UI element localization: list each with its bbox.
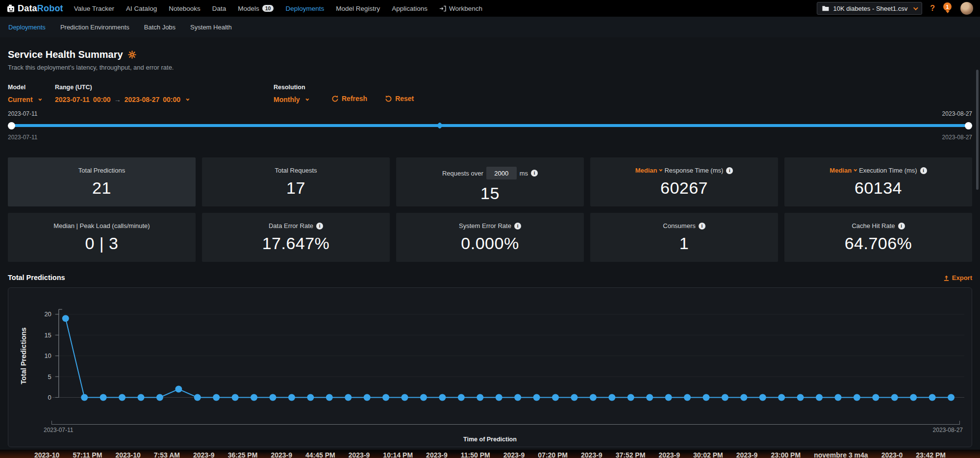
ticker-item: 44:45 PM: [305, 451, 335, 458]
chart-data-point[interactable]: [948, 394, 955, 401]
chart-data-point[interactable]: [100, 394, 107, 401]
chart-data-point[interactable]: [872, 394, 879, 401]
chart-data-point[interactable]: [778, 394, 785, 401]
chart-data-point[interactable]: [175, 386, 182, 393]
notifications-button[interactable]: 1: [943, 2, 953, 14]
stat-card-label-text: System Error Rate: [459, 222, 511, 229]
chart-data-point[interactable]: [477, 394, 483, 401]
chart-data-point[interactable]: [402, 394, 408, 401]
chart-data-point[interactable]: [420, 394, 427, 401]
aggregation-select[interactable]: Median: [635, 167, 662, 174]
info-icon[interactable]: i: [920, 167, 927, 174]
chart-data-point[interactable]: [891, 394, 898, 401]
chart-data-point[interactable]: [364, 394, 371, 401]
scrollbar[interactable]: [976, 70, 979, 190]
stat-card-label-prefix: Requests over: [442, 170, 483, 177]
info-icon[interactable]: i: [898, 223, 905, 229]
info-icon[interactable]: i: [514, 223, 521, 229]
chart-data-point[interactable]: [759, 394, 766, 401]
info-icon[interactable]: i: [316, 223, 323, 229]
chart-data-point[interactable]: [307, 394, 314, 401]
help-button[interactable]: ?: [930, 4, 935, 13]
chart-brush[interactable]: [51, 421, 960, 425]
chart-data-point[interactable]: [251, 394, 257, 401]
nav-item-workbench[interactable]: Workbench: [439, 5, 482, 12]
range-select[interactable]: 2023-07-11 00:00 → 2023-08-27 00:00: [55, 96, 220, 103]
chart-data-point[interactable]: [533, 394, 540, 401]
chart-data-point[interactable]: [288, 394, 295, 401]
chart-data-point[interactable]: [740, 394, 747, 401]
export-button[interactable]: Export: [943, 274, 972, 281]
nav-item-data[interactable]: Data: [212, 5, 226, 12]
chart-data-point[interactable]: [326, 394, 333, 401]
aggregation-select[interactable]: Median: [829, 167, 856, 174]
chart-data-point[interactable]: [628, 394, 634, 401]
nav-item-applications[interactable]: Applications: [392, 5, 427, 12]
nav-item-notebooks[interactable]: Notebooks: [169, 5, 201, 12]
chart-data-point[interactable]: [156, 394, 163, 401]
svg-text:5: 5: [48, 373, 51, 381]
chart-data-point[interactable]: [458, 394, 465, 401]
info-icon[interactable]: i: [699, 223, 705, 229]
threshold-input[interactable]: [486, 167, 517, 179]
info-icon[interactable]: i: [531, 170, 538, 177]
chart-data-point[interactable]: [232, 394, 239, 401]
tab-system-health[interactable]: System Health: [190, 24, 232, 31]
chart-data-point[interactable]: [608, 394, 615, 401]
chart-data-point[interactable]: [496, 394, 503, 401]
chart-data-point[interactable]: [703, 394, 709, 401]
stat-card-data-error-rate: Data Error Ratei17.647%: [202, 213, 390, 262]
model-select[interactable]: Current: [8, 96, 44, 103]
chart-data-point[interactable]: [834, 394, 841, 401]
chart-data-point[interactable]: [439, 394, 446, 401]
chart-data-point[interactable]: [854, 394, 860, 401]
svg-text:15: 15: [44, 331, 51, 339]
nav-item-label: Model Registry: [336, 5, 380, 12]
tab-batch-jobs[interactable]: Batch Jobs: [144, 24, 176, 31]
chart-data-point[interactable]: [684, 394, 691, 401]
chart-data-point[interactable]: [81, 394, 88, 401]
chart-data-point[interactable]: [797, 394, 804, 401]
nav-item-deployments[interactable]: Deployments: [285, 5, 324, 12]
info-icon[interactable]: i: [726, 167, 733, 174]
tab-deployments[interactable]: Deployments: [8, 24, 46, 31]
avatar[interactable]: [960, 2, 973, 15]
tab-prediction-environments[interactable]: Prediction Environments: [60, 24, 129, 31]
stat-card-label-text: Execution Time (ms): [859, 167, 917, 174]
sub-nav: DeploymentsPrediction EnvironmentsBatch …: [0, 17, 980, 37]
slider-start-label-bottom: 2023-07-11: [8, 134, 38, 141]
chart-data-point[interactable]: [571, 394, 578, 401]
settings-gear-icon[interactable]: [128, 51, 136, 59]
nav-item-value-tracker[interactable]: Value Tracker: [74, 5, 114, 12]
nav-item-models[interactable]: Models10: [238, 5, 274, 12]
chart-data-point[interactable]: [270, 394, 276, 401]
reset-button[interactable]: Reset: [385, 95, 414, 102]
slider-handle-right[interactable]: [965, 122, 972, 129]
chart-host: 05101520Total Predictions: [13, 294, 967, 420]
chart-data-point[interactable]: [514, 394, 521, 401]
chart-data-point[interactable]: [382, 394, 389, 401]
chart-data-point[interactable]: [62, 315, 69, 322]
chart-data-point[interactable]: [646, 394, 653, 401]
chart-data-point[interactable]: [194, 394, 201, 401]
chart-data-point[interactable]: [816, 394, 823, 401]
chart-data-point[interactable]: [929, 394, 936, 401]
chart-data-point[interactable]: [722, 394, 729, 401]
resolution-select[interactable]: Monthly: [274, 96, 321, 103]
refresh-button[interactable]: Refresh: [331, 95, 367, 102]
chart-data-point[interactable]: [119, 394, 126, 401]
stat-card-value: 21: [8, 178, 196, 198]
chart-data-point[interactable]: [552, 394, 559, 401]
chart-data-point[interactable]: [345, 394, 352, 401]
chart-data-point[interactable]: [665, 394, 672, 401]
chart-data-point[interactable]: [213, 394, 220, 401]
chart-data-point[interactable]: [910, 394, 917, 401]
slider-track[interactable]: [8, 124, 972, 127]
dataset-selector[interactable]: 10K diabetes - Sheet1.csv: [817, 2, 922, 15]
nav-item-model-registry[interactable]: Model Registry: [336, 5, 380, 12]
chart-data-point[interactable]: [138, 394, 145, 401]
chart-data-point[interactable]: [590, 394, 597, 401]
nav-item-ai-catalog[interactable]: AI Catalog: [126, 5, 157, 12]
slider-handle-left[interactable]: [8, 122, 15, 129]
datarobot-logo[interactable]: DataRobot: [7, 3, 63, 14]
